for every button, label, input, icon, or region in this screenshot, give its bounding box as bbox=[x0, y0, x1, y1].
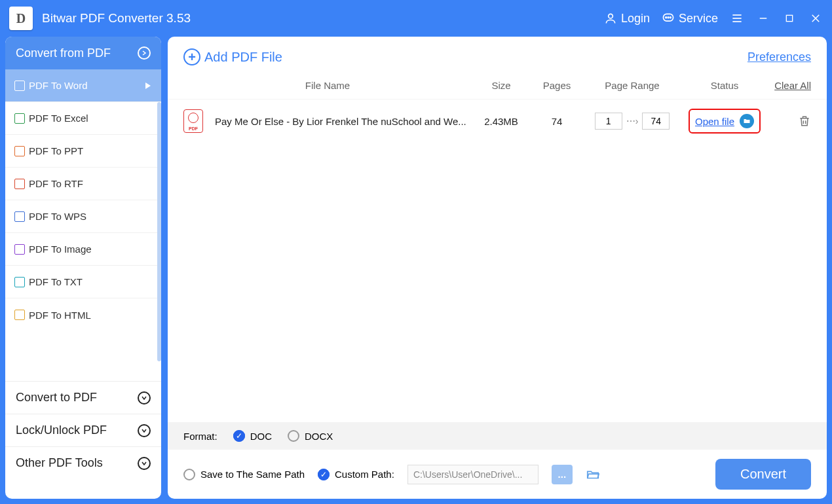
file-status: Open file bbox=[681, 109, 768, 134]
sidebar-item-label: PDF To HTML bbox=[29, 310, 91, 321]
preferences-link[interactable]: Preferences bbox=[747, 50, 811, 64]
add-pdf-file-button[interactable]: + Add PDF File bbox=[183, 48, 282, 65]
custom-path-input[interactable] bbox=[407, 465, 539, 484]
sidebar-item-label: PDF To WPS bbox=[29, 211, 86, 222]
sidebar-item-label: PDF To TXT bbox=[29, 276, 83, 287]
format-bar: Format: DOC DOCX bbox=[168, 422, 827, 450]
doc-icon bbox=[14, 146, 25, 156]
table-header: File Name Size Pages Page Range Status C… bbox=[168, 75, 827, 99]
radio-checked-icon bbox=[318, 469, 330, 480]
format-doc-option[interactable]: DOC bbox=[233, 430, 272, 442]
section-convert-to-pdf[interactable]: Convert to PDF bbox=[5, 381, 161, 414]
file-pages: 74 bbox=[531, 116, 583, 127]
chevron-right-icon bbox=[138, 46, 151, 60]
user-icon bbox=[604, 12, 617, 25]
radio-icon bbox=[183, 469, 195, 480]
col-status: Status bbox=[681, 80, 768, 91]
app-logo: D bbox=[9, 7, 33, 30]
radio-checked-icon bbox=[233, 430, 245, 442]
save-same-path-option[interactable]: Save to The Same Path bbox=[183, 469, 305, 480]
page-range: ⋯› bbox=[583, 113, 681, 130]
col-file-name: File Name bbox=[183, 80, 472, 91]
pdf-icon: PDF bbox=[183, 109, 203, 133]
section-label: Other PDF Tools bbox=[16, 456, 103, 470]
clear-all-link[interactable]: Clear All bbox=[768, 80, 811, 91]
open-folder-icon[interactable] bbox=[586, 467, 600, 482]
close-button[interactable] bbox=[808, 11, 823, 26]
doc-icon bbox=[14, 277, 25, 287]
chevron-down-icon bbox=[138, 424, 151, 437]
range-from-input[interactable] bbox=[595, 113, 622, 130]
section-lock-unlock-pdf[interactable]: Lock/Unlock PDF bbox=[5, 414, 161, 446]
app-title: Bitwar PDF Converter 3.53 bbox=[42, 11, 191, 26]
main-panel: + Add PDF File Preferences File Name Siz… bbox=[168, 37, 827, 499]
minimize-button[interactable] bbox=[756, 11, 770, 26]
doc-icon bbox=[14, 244, 25, 255]
file-size: 2.43MB bbox=[472, 116, 531, 127]
maximize-button[interactable] bbox=[782, 11, 797, 26]
section-label: Convert to PDF bbox=[16, 391, 97, 405]
sidebar-item-pdf-to-word[interactable]: PDF To Word bbox=[5, 69, 161, 102]
doc-icon bbox=[14, 113, 25, 124]
range-to-input[interactable] bbox=[642, 113, 670, 130]
doc-icon bbox=[14, 211, 25, 222]
col-pages: Pages bbox=[531, 80, 583, 91]
sidebar-item-label: PDF To PPT bbox=[29, 145, 83, 156]
sidebar-item-pdf-to-excel[interactable]: PDF To Excel bbox=[5, 102, 161, 135]
same-path-label: Save to The Same Path bbox=[200, 469, 305, 480]
format-label: Format: bbox=[183, 431, 217, 442]
doc-icon bbox=[14, 81, 25, 91]
doc-icon bbox=[14, 310, 25, 320]
service-label: Service bbox=[679, 12, 718, 26]
login-button[interactable]: Login bbox=[604, 12, 650, 26]
login-label: Login bbox=[621, 12, 650, 26]
plus-icon: + bbox=[183, 48, 200, 65]
custom-path-option[interactable]: Custom Path: bbox=[318, 469, 394, 480]
sidebar-item-pdf-to-image[interactable]: PDF To Image bbox=[5, 233, 161, 266]
svg-point-2 bbox=[666, 17, 667, 18]
path-bar: Save to The Same Path Custom Path: ... C… bbox=[168, 450, 827, 499]
convert-button[interactable]: Convert bbox=[715, 459, 811, 490]
chat-icon bbox=[662, 12, 675, 25]
svg-rect-9 bbox=[786, 15, 792, 21]
open-file-link[interactable]: Open file bbox=[695, 116, 734, 127]
format-doc-label: DOC bbox=[250, 431, 272, 442]
chevron-down-icon bbox=[138, 457, 151, 470]
file-row: PDF Pay Me Or Else - By Lior Frenkel The… bbox=[168, 99, 827, 143]
service-button[interactable]: Service bbox=[662, 12, 718, 26]
browse-button[interactable]: ... bbox=[552, 465, 573, 484]
delete-file-button[interactable] bbox=[798, 114, 811, 128]
custom-path-label: Custom Path: bbox=[335, 469, 394, 480]
sidebar-item-label: PDF To Image bbox=[29, 243, 92, 255]
sidebar-item-pdf-to-html[interactable]: PDF To HTML bbox=[5, 298, 161, 331]
sidebar-item-pdf-to-ppt[interactable]: PDF To PPT bbox=[5, 135, 161, 168]
sidebar-item-pdf-to-wps[interactable]: PDF To WPS bbox=[5, 200, 161, 233]
titlebar: D Bitwar PDF Converter 3.53 Login Servic… bbox=[3, 3, 829, 34]
sidebar-item-label: PDF To RTF bbox=[29, 178, 83, 189]
add-file-label: Add PDF File bbox=[204, 50, 282, 65]
sidebar-item-pdf-to-rtf[interactable]: PDF To RTF bbox=[5, 168, 161, 200]
format-docx-label: DOCX bbox=[305, 431, 333, 442]
svg-point-0 bbox=[609, 14, 613, 18]
chevron-down-icon bbox=[138, 391, 151, 405]
open-folder-icon[interactable] bbox=[740, 114, 754, 128]
file-name: Pay Me Or Else - By Lior Frenkel The nuS… bbox=[215, 116, 472, 127]
format-docx-option[interactable]: DOCX bbox=[288, 430, 333, 442]
menu-icon[interactable] bbox=[730, 11, 744, 26]
sidebar-item-label: PDF To Word bbox=[29, 80, 87, 91]
arrow-right-icon: ⋯› bbox=[626, 116, 639, 126]
status-highlight: Open file bbox=[689, 109, 761, 134]
section-label: Convert from PDF bbox=[16, 46, 111, 60]
sidebar-item-label: PDF To Excel bbox=[29, 113, 88, 124]
doc-icon bbox=[14, 179, 25, 189]
sidebar-item-pdf-to-txt[interactable]: PDF To TXT bbox=[5, 266, 161, 298]
section-label: Lock/Unlock PDF bbox=[16, 423, 107, 437]
svg-point-3 bbox=[668, 17, 669, 18]
sidebar: Convert from PDF PDF To Word PDF To Exce… bbox=[5, 37, 161, 499]
sidebar-scrollbar[interactable] bbox=[157, 102, 161, 361]
section-other-pdf-tools[interactable]: Other PDF Tools bbox=[5, 446, 161, 479]
col-size: Size bbox=[472, 80, 531, 91]
radio-icon bbox=[288, 430, 299, 442]
svg-point-4 bbox=[670, 17, 671, 18]
section-convert-from-pdf[interactable]: Convert from PDF bbox=[5, 37, 161, 69]
